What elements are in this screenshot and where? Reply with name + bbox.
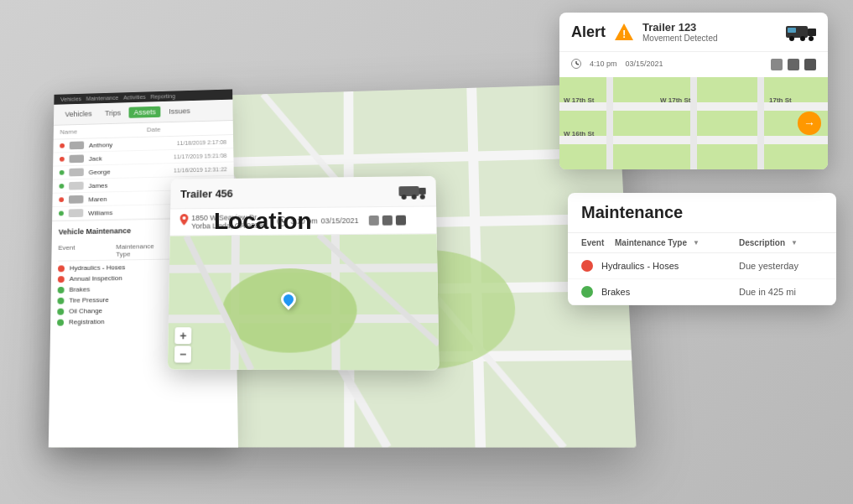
alert-time-info: 4:10 pm 03/15/2021 bbox=[571, 59, 663, 69]
vehicle-name: James bbox=[88, 180, 169, 190]
navigate-button[interactable]: → bbox=[798, 112, 821, 135]
location-mini-map: + − bbox=[168, 234, 440, 370]
maintenance-dot bbox=[581, 286, 593, 298]
alert-card: Alert ! Trailer 123 Movement Detected bbox=[559, 13, 828, 169]
event-dot bbox=[58, 276, 65, 283]
warning-icon: ! bbox=[614, 23, 634, 41]
svg-rect-16 bbox=[419, 188, 426, 195]
location-action-icons bbox=[369, 216, 406, 226]
vehicle-date: 11/16/2019 12:31:22 bbox=[174, 166, 227, 173]
col-event-header: Event bbox=[58, 243, 111, 259]
vehicle-name: Jack bbox=[89, 153, 169, 162]
message-icon[interactable] bbox=[369, 216, 379, 226]
trailer-icon bbox=[398, 183, 425, 200]
location-label: Location bbox=[214, 208, 312, 235]
tab-vehicles[interactable]: Vehicles bbox=[60, 108, 97, 120]
alert-trailer-name: Trailer 123 bbox=[642, 21, 778, 34]
svg-text:17th St: 17th St bbox=[769, 96, 792, 104]
svg-point-36 bbox=[789, 36, 794, 41]
nav-vehicles[interactable]: Vehicles bbox=[60, 96, 81, 102]
svg-point-19 bbox=[420, 195, 425, 200]
settings-icon[interactable] bbox=[396, 216, 406, 226]
vehicle-date: 11/18/2019 2:17:08 bbox=[177, 138, 227, 145]
alert-title: Alert bbox=[571, 23, 606, 41]
svg-text:W 17th St: W 17th St bbox=[564, 96, 595, 104]
main-wrapper: Park Vehicles Maintenance Activities Rep… bbox=[0, 0, 853, 504]
event-dot bbox=[57, 319, 64, 325]
maintenance-popup-desc: Due in 425 mi bbox=[739, 287, 823, 297]
svg-rect-15 bbox=[398, 186, 419, 196]
vehicle-icon bbox=[70, 141, 84, 149]
alert-time: 4:10 pm bbox=[590, 60, 617, 68]
alert-mini-map: W 17th St W 17th St 17th St W 16th St → bbox=[559, 77, 828, 169]
maintenance-type: Oil Change bbox=[69, 306, 170, 314]
pin-icon bbox=[180, 214, 189, 226]
nav-reporting[interactable]: Reporting bbox=[150, 93, 174, 99]
maintenance-dot bbox=[581, 260, 593, 272]
svg-point-38 bbox=[809, 36, 814, 41]
vehicle-name: George bbox=[89, 167, 169, 176]
vehicle-icon bbox=[69, 209, 84, 217]
vehicle-name: Anthony bbox=[89, 139, 172, 148]
col-event: Event bbox=[581, 238, 606, 247]
alert-type: Movement Detected bbox=[642, 34, 778, 43]
svg-text:W 17th St: W 17th St bbox=[660, 96, 691, 104]
vehicle-icon bbox=[69, 182, 84, 190]
zoom-in-button[interactable]: + bbox=[174, 327, 191, 344]
svg-rect-35 bbox=[808, 29, 816, 36]
maintenance-type: Registration bbox=[69, 317, 171, 325]
maintenance-popup-row[interactable]: Brakes Due in 425 mi bbox=[568, 279, 836, 305]
tab-trips[interactable]: Trips bbox=[100, 107, 126, 119]
nav-activities[interactable]: Activities bbox=[123, 94, 146, 100]
col-desc: Description ▼ bbox=[739, 238, 823, 247]
vehicle-icon bbox=[69, 195, 84, 204]
vehicle-name: Williams bbox=[88, 207, 177, 216]
vehicle-date: 11/17/2019 15:21:08 bbox=[174, 153, 226, 159]
refresh-icon[interactable] bbox=[788, 59, 799, 70]
col-name: Name bbox=[60, 127, 138, 136]
col-type: Maintenance Type ▼ bbox=[615, 238, 731, 247]
maintenance-col-headers: Event Maintenance Type ▼ Description ▼ bbox=[568, 233, 836, 253]
nav-maintenance[interactable]: Maintenance bbox=[86, 95, 119, 101]
svg-text:!: ! bbox=[622, 28, 626, 40]
map-pin bbox=[281, 292, 296, 307]
alert-info-section: 4:10 pm 03/15/2021 bbox=[559, 52, 828, 77]
status-dot bbox=[60, 170, 65, 175]
clock-icon bbox=[571, 59, 581, 69]
camera-icon[interactable] bbox=[771, 59, 783, 70]
zoom-out-button[interactable]: − bbox=[174, 346, 191, 362]
event-dot bbox=[58, 286, 65, 293]
maintenance-type: Tire Pressure bbox=[69, 295, 176, 304]
vehicle-icon bbox=[69, 168, 84, 176]
truck-icon bbox=[786, 23, 816, 41]
maintenance-card: Maintenance Event Maintenance Type ▼ Des… bbox=[568, 193, 836, 305]
maintenance-popup-row[interactable]: Hydraulics - Hoses Due yesterday bbox=[568, 253, 836, 279]
svg-line-25 bbox=[169, 268, 437, 269]
tab-assets[interactable]: Assets bbox=[129, 107, 161, 118]
location-trailer-name: Trailer 456 bbox=[180, 187, 233, 200]
maintenance-popup-desc: Due yesterday bbox=[739, 261, 823, 271]
tab-issues[interactable]: Issues bbox=[164, 106, 195, 117]
event-dot bbox=[57, 308, 64, 314]
status-dot bbox=[60, 143, 65, 148]
refresh-icon[interactable] bbox=[382, 216, 393, 226]
col-type-header: Maintenance Type bbox=[116, 242, 169, 258]
maintenance-section-title: Vehicle Maintenance bbox=[59, 226, 132, 236]
alert-header: Alert ! Trailer 123 Movement Detected bbox=[559, 13, 828, 52]
type-dropdown-arrow[interactable]: ▼ bbox=[693, 239, 700, 247]
desc-dropdown-arrow[interactable]: ▼ bbox=[791, 239, 798, 247]
status-dot bbox=[59, 184, 64, 189]
svg-point-29 bbox=[222, 268, 357, 353]
status-dot bbox=[59, 197, 64, 202]
status-dot bbox=[60, 157, 65, 162]
maintenance-card-header: Maintenance bbox=[568, 193, 836, 233]
svg-point-37 bbox=[800, 36, 805, 41]
location-card-header: Trailer 456 bbox=[170, 176, 436, 210]
event-dot bbox=[57, 297, 64, 304]
svg-rect-39 bbox=[788, 28, 796, 33]
maintenance-card-title: Maintenance bbox=[581, 203, 683, 221]
maintenance-popup-type: Hydraulics - Hoses bbox=[601, 261, 731, 271]
col-date: Date bbox=[147, 124, 226, 133]
settings-icon[interactable] bbox=[804, 59, 816, 70]
svg-text:W 16th St: W 16th St bbox=[564, 130, 595, 138]
